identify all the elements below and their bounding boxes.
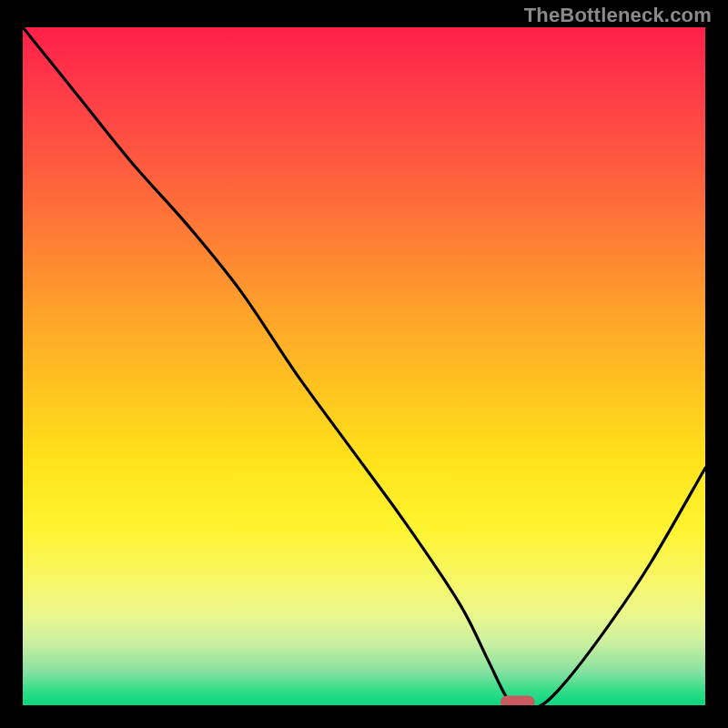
watermark-text: TheBottleneck.com xyxy=(524,4,712,27)
bottleneck-curve-path xyxy=(23,27,705,705)
optimum-marker xyxy=(500,696,535,705)
plot-area xyxy=(23,27,705,705)
chart-frame: TheBottleneck.com xyxy=(0,0,728,728)
curve-svg xyxy=(23,27,705,705)
